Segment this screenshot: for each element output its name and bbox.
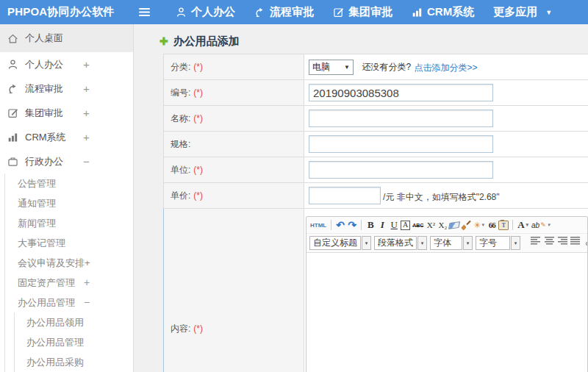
toolbar-separator bbox=[361, 220, 362, 230]
dropdown-arrow-icon: ▾ bbox=[526, 222, 529, 228]
unit-input[interactable] bbox=[309, 161, 493, 179]
font-size-select[interactable]: 字号▾ bbox=[476, 236, 520, 250]
submenu-item-label: 办公用品领用 bbox=[26, 317, 84, 328]
italic-icon[interactable]: I bbox=[377, 219, 387, 232]
code-input[interactable] bbox=[309, 84, 493, 101]
underline-icon[interactable]: U bbox=[389, 219, 399, 232]
color-wand-icon[interactable]: ✳▾ bbox=[473, 219, 485, 232]
unit-label: 单位:(*) bbox=[164, 157, 304, 183]
add-category-link[interactable]: 点击添加分类>> bbox=[415, 62, 478, 72]
collapse-minus-icon[interactable]: − bbox=[84, 293, 90, 312]
nav-item-label: 个人办公 bbox=[191, 5, 235, 19]
align-justify-icon[interactable] bbox=[570, 237, 581, 249]
collapse-minus-icon[interactable]: − bbox=[83, 155, 90, 168]
sidebar-item[interactable]: 行政办公− bbox=[0, 149, 133, 174]
editor-content-area[interactable] bbox=[306, 252, 587, 372]
submenu-item[interactable]: 大事记管理 bbox=[5, 233, 133, 253]
bold-icon[interactable]: B bbox=[365, 219, 376, 232]
submenu-item-label: 办公用品管理 bbox=[18, 297, 75, 308]
nav-item-label: 集团审批 bbox=[348, 5, 392, 19]
subscript-icon[interactable]: X₂ bbox=[437, 219, 448, 232]
undo-icon[interactable]: ↶ bbox=[335, 219, 345, 232]
font-family-select[interactable]: 字体▾ bbox=[430, 236, 473, 250]
top-bar: PHPOA协同办公软件 个人办公流程审批集团审批CRM系统更多应用▼ bbox=[0, 0, 588, 24]
expand-plus-icon[interactable]: + bbox=[83, 131, 90, 143]
nav-item-4[interactable]: CRM系统 bbox=[412, 5, 474, 19]
sidebar-item-label: 个人办公 bbox=[25, 58, 63, 71]
dropdown-arrow-icon: ▾ bbox=[482, 222, 485, 228]
sidebar: 个人桌面个人办公+流程审批+集团审批+CRM系统+行政办公−公告管理通知管理新闻… bbox=[0, 24, 134, 372]
char-border-icon[interactable]: A bbox=[401, 221, 410, 230]
eraser-icon[interactable] bbox=[448, 221, 460, 229]
sidebar-item[interactable]: 个人办公+ bbox=[0, 52, 133, 76]
required-mark: (*) bbox=[193, 165, 203, 175]
submenu-item-label: 固定资产管理 bbox=[18, 277, 75, 288]
flow-icon bbox=[7, 83, 19, 95]
sidebar-item[interactable]: 集团审批+ bbox=[0, 101, 133, 125]
submenu-item-label: 新闻管理 bbox=[18, 218, 56, 229]
name-input[interactable] bbox=[309, 110, 493, 127]
toolbar-separator bbox=[512, 220, 513, 230]
align-right-icon[interactable] bbox=[557, 237, 567, 249]
content-label: 内容:(*) bbox=[164, 209, 304, 372]
nav-item-1[interactable]: 个人办公 bbox=[176, 5, 235, 19]
superscript-icon[interactable]: X² bbox=[426, 219, 436, 232]
submenu-item[interactable]: 办公用品领用 bbox=[15, 312, 133, 332]
strikethrough-icon[interactable]: ABC bbox=[412, 219, 424, 232]
format-brush-icon[interactable] bbox=[461, 221, 471, 230]
expand-plus-icon[interactable]: + bbox=[83, 107, 90, 119]
price-input[interactable] bbox=[309, 187, 381, 204]
nav-item-2[interactable]: 流程审批 bbox=[254, 5, 314, 19]
redo-icon[interactable]: ↷ bbox=[347, 219, 357, 232]
font-color-icon[interactable]: A▾ bbox=[517, 219, 529, 232]
flow-icon bbox=[254, 7, 265, 18]
submenu-item[interactable]: 新闻管理 bbox=[5, 213, 133, 233]
select-arrow-icon: ▾ bbox=[417, 236, 427, 250]
sidebar-item[interactable]: CRM系统+ bbox=[0, 125, 133, 149]
submenu-item[interactable]: 办公用品采购 bbox=[15, 352, 133, 372]
editor-toolbar-row2: 自定义标题▾段落格式▾字体▾字号▾∞ bbox=[306, 233, 587, 252]
paragraph-format-select[interactable]: 段落格式▾ bbox=[374, 236, 427, 250]
expand-plus-icon[interactable]: + bbox=[83, 82, 90, 95]
required-mark: (*) bbox=[193, 62, 203, 72]
submenu-item[interactable]: 办公用品管理− bbox=[5, 293, 133, 312]
submenu-item[interactable]: 公告管理 bbox=[5, 174, 133, 193]
nav-item-3[interactable]: 集团审批 bbox=[333, 5, 392, 19]
supply-add-form: 分类:(*) 电脑▼ 还没有分类? 点击添加分类>> 编号:(*) 名称:(*)… bbox=[163, 54, 588, 372]
select-arrow-icon: ▾ bbox=[362, 236, 371, 250]
spec-label: 规格: bbox=[164, 132, 304, 157]
required-mark: (*) bbox=[193, 323, 203, 334]
expand-plus-icon[interactable]: + bbox=[83, 58, 90, 71]
form-row-unit: 单位:(*) bbox=[164, 157, 588, 183]
submenu-item[interactable]: 固定资产管理+ bbox=[5, 273, 133, 293]
align-center-icon[interactable] bbox=[544, 237, 554, 249]
admin-submenu: 公告管理通知管理新闻管理大事记管理会议申请及安排+固定资产管理+办公用品管理−办… bbox=[4, 174, 133, 372]
spec-input[interactable] bbox=[309, 135, 493, 153]
required-mark: (*) bbox=[193, 87, 203, 98]
rich-text-editor: HTML↶↷BIUAABCX²X₂✳▾66A▾ab✎▾ 自定义标题▾段落格式▾字… bbox=[306, 216, 588, 372]
submenu-item[interactable]: 会议申请及安排+ bbox=[5, 253, 133, 273]
category-select[interactable]: 电脑▼ bbox=[309, 60, 354, 75]
hamburger-menu-icon[interactable] bbox=[138, 7, 151, 18]
custom-title-select[interactable]: 自定义标题▾ bbox=[309, 236, 371, 250]
select-arrow-icon: ▼ bbox=[344, 64, 350, 71]
submenu-item[interactable]: 通知管理 bbox=[5, 193, 133, 213]
app-logo: PHPOA协同办公软件 bbox=[0, 5, 126, 19]
submenu-item-label: 大事记管理 bbox=[18, 237, 65, 248]
chart-icon bbox=[412, 7, 423, 18]
submenu-item[interactable]: 办公用品管理 bbox=[15, 332, 133, 352]
sidebar-item[interactable]: 流程审批+ bbox=[0, 76, 133, 101]
add-icon: ✚ bbox=[159, 35, 168, 47]
blockquote-icon[interactable]: 66 bbox=[487, 219, 497, 232]
paste-text-icon[interactable] bbox=[498, 221, 509, 230]
nav-item-label: CRM系统 bbox=[427, 5, 474, 19]
code-label: 编号:(*) bbox=[164, 80, 304, 106]
html-source-button[interactable]: HTML bbox=[309, 219, 327, 232]
expand-plus-icon[interactable]: + bbox=[84, 273, 90, 293]
nav-item-5[interactable]: 更多应用▼ bbox=[493, 5, 552, 19]
briefcase-icon bbox=[7, 156, 19, 168]
link-icon[interactable]: ∞ bbox=[584, 237, 588, 249]
highlight-color-icon[interactable]: ab✎▾ bbox=[531, 219, 551, 232]
sidebar-item[interactable]: 个人桌面 bbox=[0, 24, 133, 52]
align-left-icon[interactable] bbox=[531, 237, 541, 249]
